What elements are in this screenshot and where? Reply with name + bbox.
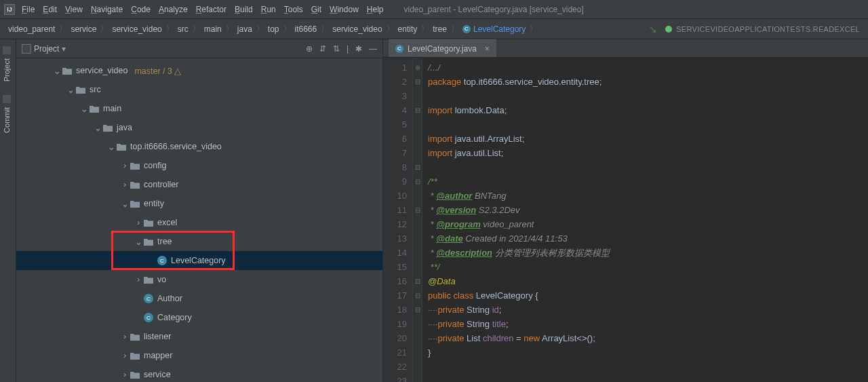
fold-marker[interactable]: ⊟ bbox=[413, 75, 422, 89]
fold-marker[interactable] bbox=[413, 231, 422, 246]
breadcrumb-item[interactable]: main bbox=[204, 24, 222, 34]
menu-item-code[interactable]: Code bbox=[131, 5, 151, 14]
menu-item-build[interactable]: Build bbox=[235, 5, 253, 14]
hide-icon[interactable]: — bbox=[369, 44, 377, 54]
menu-item-tools[interactable]: Tools bbox=[284, 5, 303, 14]
code-area[interactable]: /.../ package top.it6666.service_video.e… bbox=[422, 58, 610, 382]
menu-item-refactor[interactable]: Refactor bbox=[196, 5, 226, 14]
line-number: 10 bbox=[383, 189, 407, 203]
chevron-icon[interactable]: › bbox=[134, 275, 142, 284]
chevron-icon[interactable]: ⌄ bbox=[94, 123, 102, 133]
menu-item-git[interactable]: Git bbox=[311, 5, 321, 14]
fold-marker[interactable]: ⊟ bbox=[413, 303, 422, 317]
tree-node-category[interactable]: CCategory bbox=[16, 308, 382, 327]
fold-marker[interactable] bbox=[413, 146, 422, 160]
fold-marker[interactable]: ⊕ bbox=[413, 60, 422, 75]
breadcrumb-item[interactable]: it6666 bbox=[295, 24, 317, 34]
tree-node-service-video[interactable]: ⌄service_videomaster / 3 △ bbox=[16, 61, 382, 80]
menu-item-edit[interactable]: Edit bbox=[43, 5, 57, 14]
tree-node-service[interactable]: ›service bbox=[16, 365, 382, 382]
fold-marker[interactable]: ⊟ bbox=[413, 174, 422, 189]
tree-node-main[interactable]: ⌄main bbox=[16, 99, 382, 118]
breadcrumb-item[interactable]: java bbox=[237, 24, 252, 34]
editor-tab-active[interactable]: C LevelCategory.java × bbox=[389, 39, 496, 57]
tree-node-author[interactable]: CAuthor bbox=[16, 289, 382, 308]
fold-marker[interactable] bbox=[413, 217, 422, 231]
fold-marker[interactable] bbox=[413, 360, 422, 374]
expand-all-icon[interactable]: ⇵ bbox=[319, 44, 326, 54]
breadcrumb-separator: 〉 bbox=[321, 24, 328, 34]
fold-marker[interactable] bbox=[413, 246, 422, 260]
chevron-icon[interactable]: › bbox=[121, 161, 129, 170]
menu-item-analyze[interactable]: Analyze bbox=[159, 5, 188, 14]
fold-marker[interactable] bbox=[413, 189, 422, 203]
chevron-icon[interactable]: ⌄ bbox=[134, 237, 142, 247]
fold-marker[interactable] bbox=[413, 132, 422, 146]
fold-marker[interactable]: ⊟ bbox=[413, 288, 422, 303]
tree-node-levelcategory[interactable]: CLevelCategory bbox=[16, 251, 382, 270]
tree-node-src[interactable]: ⌄src bbox=[16, 80, 382, 99]
left-toolwindow-gutter: Project Commit bbox=[0, 39, 16, 382]
chevron-icon[interactable]: › bbox=[121, 180, 129, 189]
run-config[interactable]: SERVICEVIDEOAPPLICATIONTESTS.READEXCEL bbox=[665, 25, 860, 33]
toolwindow-tab-project[interactable]: Project bbox=[0, 39, 14, 88]
tree-node-top-it6666-service-video[interactable]: ⌄top.it6666.service_video bbox=[16, 137, 382, 156]
chevron-icon[interactable]: ⌄ bbox=[53, 66, 61, 76]
menu-item-help[interactable]: Help bbox=[367, 5, 384, 14]
fold-marker[interactable] bbox=[413, 331, 422, 345]
tree-node-label: Category bbox=[157, 313, 192, 322]
chevron-icon[interactable]: › bbox=[134, 218, 142, 227]
tree-node-listener[interactable]: ›listener bbox=[16, 327, 382, 346]
editor-body[interactable]: 1234567891011121314151617181920212223 ⊕⊟… bbox=[383, 58, 868, 382]
breadcrumb-current[interactable]: CLevelCategory bbox=[462, 24, 526, 34]
breadcrumb-item[interactable]: service bbox=[71, 24, 96, 34]
chevron-icon[interactable]: › bbox=[121, 370, 129, 379]
build-status-icon[interactable]: ↘ bbox=[649, 24, 657, 35]
tree-node-mapper[interactable]: ›mapper bbox=[16, 346, 382, 365]
settings-icon[interactable]: ✱ bbox=[355, 44, 362, 54]
breadcrumb-item[interactable]: entity bbox=[398, 24, 418, 34]
chevron-icon[interactable]: ⌄ bbox=[66, 85, 75, 95]
breadcrumb-item[interactable]: tree bbox=[433, 24, 447, 34]
menu-item-window[interactable]: Window bbox=[330, 5, 359, 14]
close-tab-icon[interactable]: × bbox=[485, 44, 490, 54]
fold-marker[interactable]: ⊟ bbox=[413, 103, 422, 117]
chevron-icon[interactable]: › bbox=[121, 351, 129, 360]
menu-item-navigate[interactable]: Navigate bbox=[91, 5, 123, 14]
chevron-icon[interactable]: ⌄ bbox=[80, 104, 88, 114]
tree-node-excel[interactable]: ›excel bbox=[16, 213, 382, 232]
fold-marker[interactable] bbox=[413, 317, 422, 331]
fold-marker[interactable]: ⊟ bbox=[413, 203, 422, 217]
project-view-selector[interactable]: Project ▾ bbox=[22, 44, 66, 54]
breadcrumb-item[interactable]: top bbox=[268, 24, 279, 34]
chevron-icon[interactable]: › bbox=[121, 332, 129, 341]
collapse-all-icon[interactable]: ⇅ bbox=[333, 44, 340, 54]
tree-node-config[interactable]: ›config bbox=[16, 156, 382, 175]
fold-marker[interactable] bbox=[413, 89, 422, 103]
vcs-branch-label: master / 3 △ bbox=[134, 66, 181, 76]
toolwindow-tab-commit[interactable]: Commit bbox=[0, 88, 14, 140]
breadcrumb-item[interactable]: src bbox=[178, 24, 189, 34]
tree-node-entity[interactable]: ⌄entity bbox=[16, 194, 382, 213]
locate-icon[interactable]: ⊕ bbox=[306, 44, 313, 54]
fold-marker[interactable]: ⊟ bbox=[413, 274, 422, 288]
tree-node-java[interactable]: ⌄java bbox=[16, 118, 382, 137]
breadcrumb-item[interactable]: video_parent bbox=[8, 24, 55, 34]
fold-marker[interactable] bbox=[413, 374, 422, 382]
tree-node-tree[interactable]: ⌄tree bbox=[16, 232, 382, 251]
breadcrumb-item[interactable]: service_video bbox=[332, 24, 382, 34]
chevron-icon[interactable]: ⌄ bbox=[121, 199, 129, 209]
fold-marker[interactable] bbox=[413, 345, 422, 360]
menu-item-run[interactable]: Run bbox=[261, 5, 276, 14]
chevron-icon[interactable]: ⌄ bbox=[107, 142, 115, 152]
menu-item-view[interactable]: View bbox=[65, 5, 83, 14]
fold-marker[interactable] bbox=[413, 260, 422, 274]
fold-marker[interactable] bbox=[413, 117, 422, 132]
project-tree[interactable]: ⌄service_videomaster / 3 △⌄src⌄main⌄java… bbox=[16, 58, 382, 382]
fold-marker[interactable]: ⊟ bbox=[413, 160, 422, 174]
tree-node-vo[interactable]: ›vo bbox=[16, 270, 382, 289]
breadcrumb-item[interactable]: service_video bbox=[112, 24, 161, 34]
tree-node-controller[interactable]: ›controller bbox=[16, 175, 382, 194]
breadcrumb-separator: 〉 bbox=[530, 24, 537, 34]
menu-item-file[interactable]: File bbox=[22, 5, 35, 14]
